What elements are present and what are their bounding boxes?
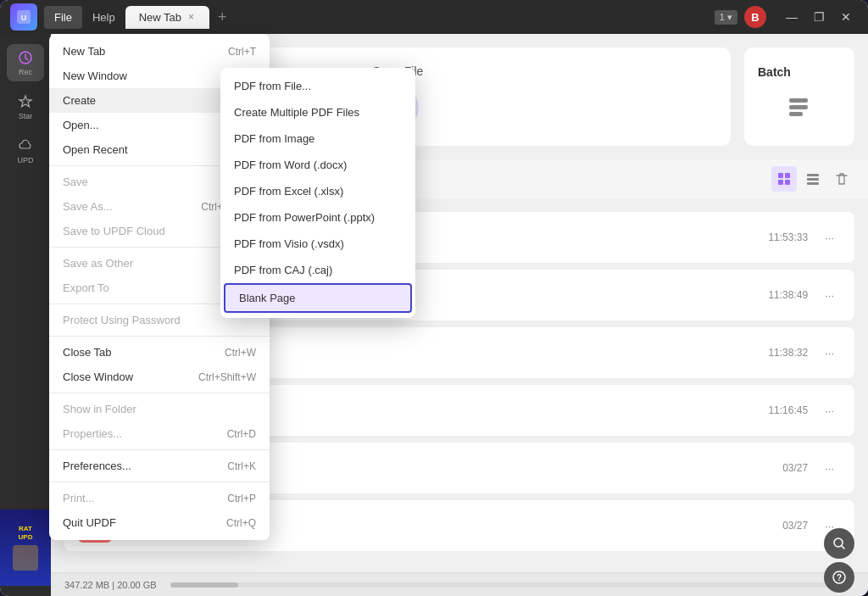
menu-separator: [49, 449, 270, 450]
updf-logo-icon: U: [10, 3, 37, 31]
sidebar-bottom: RATUPD: [0, 510, 51, 586]
submenu-item-pdf-from-word[interactable]: PDF from Word (.docx): [220, 152, 415, 178]
svg-rect-3: [789, 98, 808, 103]
file-time: 03/27: [782, 462, 808, 474]
create-submenu: PDF from File... Create Multiple PDF Fil…: [220, 68, 415, 318]
svg-rect-12: [807, 182, 819, 185]
svg-rect-6: [778, 173, 783, 178]
file-more-button[interactable]: ···: [818, 401, 841, 421]
menu-separator: [49, 393, 270, 393]
svg-rect-11: [807, 178, 819, 181]
starred-label: Star: [19, 112, 33, 120]
file-time: 11:53:33: [768, 231, 808, 243]
promo-text: RATUPD: [19, 525, 33, 543]
file-time: 11:16:45: [768, 404, 808, 416]
submenu-item-blank-page[interactable]: Blank Page: [224, 283, 412, 313]
minimize-button[interactable]: —: [780, 5, 804, 29]
recent-label: Rec: [19, 68, 32, 76]
menu-item-print: Print... Ctrl+P: [49, 486, 270, 510]
menu-item-close-tab[interactable]: Close Tab Ctrl+W: [49, 340, 270, 365]
sidebar: Rec Star UPD: [0, 34, 51, 596]
batch-icon: [778, 86, 821, 128]
promo-banner[interactable]: RATUPD: [0, 510, 51, 586]
menu-item-properties: Properties... Ctrl+D: [49, 421, 270, 446]
sidebar-item-starred[interactable]: Star: [7, 88, 44, 125]
file-more-button[interactable]: ···: [818, 228, 841, 248]
sidebar-item-recent[interactable]: Rec: [7, 44, 44, 81]
svg-text:U: U: [21, 14, 27, 22]
svg-rect-7: [785, 173, 790, 178]
window-controls: — ❐ ✕: [780, 5, 858, 29]
svg-rect-8: [778, 180, 783, 185]
menu-separator: [49, 336, 270, 337]
file-menu-button[interactable]: File: [44, 6, 82, 29]
app-logo: U: [10, 3, 37, 31]
svg-rect-4: [789, 105, 808, 109]
file-more-button[interactable]: ···: [818, 459, 841, 478]
svg-rect-9: [785, 180, 790, 185]
svg-rect-10: [807, 174, 819, 176]
title-bar-right: 1 ▾ B — ❐ ✕: [715, 5, 858, 29]
maximize-button[interactable]: ❐: [807, 5, 831, 29]
file-more-button[interactable]: ···: [818, 286, 841, 305]
close-button[interactable]: ✕: [834, 5, 858, 29]
user-avatar[interactable]: B: [744, 6, 766, 28]
help-float-button[interactable]: ?: [824, 562, 854, 593]
cloud-icon: [17, 137, 34, 154]
svg-rect-5: [789, 112, 803, 116]
storage-info: 347.22 MB | 20.00 GB: [64, 580, 157, 590]
menu-item-quit[interactable]: Quit UPDF Ctrl+Q: [49, 510, 270, 535]
scrollbar-thumb: [170, 582, 238, 588]
app-window: U File Help New Tab × + 1 ▾ B — ❐ ✕: [0, 0, 868, 596]
view-grid-button[interactable]: [771, 166, 797, 192]
submenu-item-pdf-from-file[interactable]: PDF from File...: [220, 73, 415, 99]
delete-button[interactable]: [829, 166, 854, 192]
menu-bar: File Help: [44, 6, 125, 29]
tab-bar: New Tab × +: [125, 6, 715, 29]
submenu-item-create-multiple[interactable]: Create Multiple PDF Files: [220, 99, 415, 125]
menu-item-preferences[interactable]: Preferences... Ctrl+K: [49, 454, 270, 478]
file-more-button[interactable]: ···: [818, 343, 841, 363]
clock-icon: [17, 49, 34, 66]
menu-separator: [49, 482, 270, 482]
help-menu-button[interactable]: Help: [82, 6, 125, 29]
submenu-item-pdf-from-image[interactable]: PDF from Image: [220, 125, 415, 152]
submenu-item-pdf-from-ppt[interactable]: PDF from PowerPoint (.pptx): [220, 204, 415, 231]
title-bar: U File Help New Tab × + 1 ▾ B — ❐ ✕: [0, 0, 868, 34]
svg-text:?: ?: [837, 573, 842, 582]
status-bar: 347.22 MB | 20.00 GB: [51, 572, 868, 596]
submenu-item-pdf-from-excel[interactable]: PDF from Excel (.xlsx): [220, 178, 415, 204]
menu-item-new-tab[interactable]: New Tab Ctrl+T: [49, 39, 270, 64]
new-tab[interactable]: New Tab ×: [125, 6, 209, 29]
file-time: 11:38:49: [768, 289, 808, 301]
batch-title: Batch: [758, 65, 791, 79]
menu-item-show-folder: Show in Folder: [49, 397, 270, 421]
horizontal-scrollbar[interactable]: [170, 582, 848, 588]
version-badge[interactable]: 1 ▾: [715, 10, 737, 25]
star-icon: [17, 93, 34, 110]
menu-item-close-window[interactable]: Close Window Ctrl+Shift+W: [49, 365, 270, 389]
submenu-item-pdf-from-caj[interactable]: PDF from CAJ (.caj): [220, 257, 415, 283]
view-list-button[interactable]: [800, 166, 826, 192]
file-time: 03/27: [782, 520, 808, 532]
search-float-button[interactable]: [824, 528, 854, 559]
tab-close-button[interactable]: ×: [186, 11, 196, 23]
cloud-label: UPD: [17, 156, 33, 164]
batch-card[interactable]: Batch: [744, 47, 854, 146]
sidebar-item-cloud[interactable]: UPD: [7, 132, 44, 170]
tab-label: New Tab: [139, 11, 181, 24]
promo-image: [13, 545, 38, 571]
add-tab-button[interactable]: +: [211, 8, 234, 26]
submenu-item-pdf-from-visio[interactable]: PDF from Visio (.vsdx): [220, 231, 415, 257]
file-time: 11:38:32: [768, 347, 808, 359]
view-icons: [771, 166, 854, 192]
